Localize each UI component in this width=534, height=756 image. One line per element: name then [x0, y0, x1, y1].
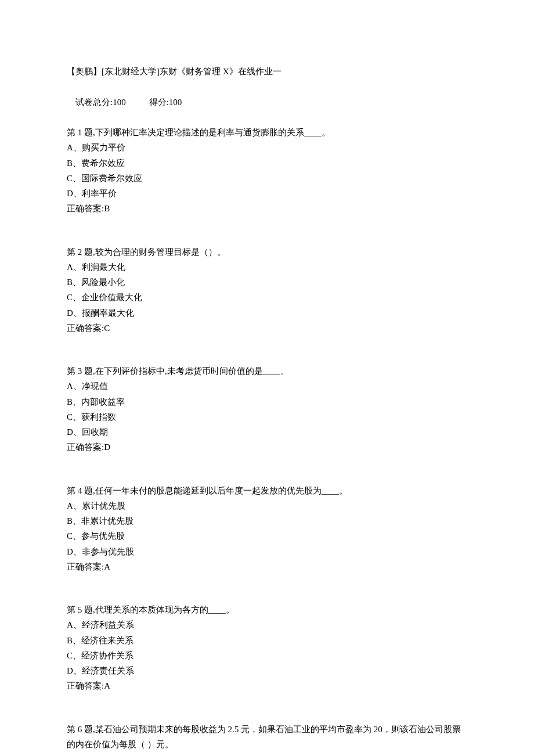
question-option: C、国际费希尔效应 — [67, 171, 467, 186]
question-prompt: 第 6 题,某石油公司预期未来的每股收益为 2.5 元，如果石油工业的平均市盈率… — [67, 722, 467, 753]
question-option: A、累计优先股 — [67, 498, 467, 513]
score-label: 得分: — [149, 98, 169, 107]
total-value: 100 — [113, 98, 126, 107]
doc-title: 【奥鹏】[东北财经大学]东财《财务管理 X》在线作业一 — [67, 64, 467, 79]
question-option: A、经济利益关系 — [67, 617, 467, 632]
question-answer: 正确答案:A — [67, 559, 467, 574]
question-prompt: 第 5 题,代理关系的本质体现为各方的____。 — [67, 602, 467, 617]
question-option: B、内部收益率 — [67, 394, 467, 409]
question-option: B、非累计优先股 — [67, 513, 467, 528]
question-answer: 正确答案:A — [67, 678, 467, 693]
question-option: A、净现值 — [67, 379, 467, 394]
question-option: C、获利指数 — [67, 409, 467, 424]
question-answer: 正确答案:B — [67, 201, 467, 216]
question-option: D、报酬率最大化 — [67, 305, 467, 321]
question-answer: 正确答案:D — [67, 440, 467, 455]
question-option: C、参与优先股 — [67, 528, 467, 543]
total-label: 试卷总分: — [75, 98, 113, 107]
question-option: D、非参与优先股 — [67, 544, 467, 559]
question-option: B、经济往来关系 — [67, 633, 467, 648]
question-option: B、费希尔效应 — [67, 156, 467, 171]
question-option: B、风险最小化 — [67, 275, 467, 290]
question-option: D、利率平价 — [67, 186, 467, 201]
question-prompt: 第 4 题,任何一年未付的股息能递延到以后年度一起发放的优先股为____。 — [67, 483, 467, 498]
question-option: A、购买力平价 — [67, 140, 467, 155]
question-option: D、回收期 — [67, 424, 467, 440]
question-prompt: 第 2 题,较为合理的财务管理目标是（）。 — [67, 244, 467, 260]
question-option: A、利润最大化 — [67, 260, 467, 275]
question-option: C、经济协作关系 — [67, 648, 467, 663]
question-prompt: 第 1 题,下列哪种汇率决定理论描述的是利率与通货膨胀的关系____。 — [67, 125, 467, 140]
question-option: C、企业价值最大化 — [67, 290, 467, 305]
score-line: 试卷总分:100得分:100 — [67, 79, 467, 125]
question-option: D、经济责任关系 — [67, 663, 467, 678]
score-value: 100 — [169, 98, 182, 107]
question-prompt: 第 3 题,在下列评价指标中,未考虑货币时间价值的是____。 — [67, 363, 467, 379]
question-answer: 正确答案:C — [67, 321, 467, 336]
